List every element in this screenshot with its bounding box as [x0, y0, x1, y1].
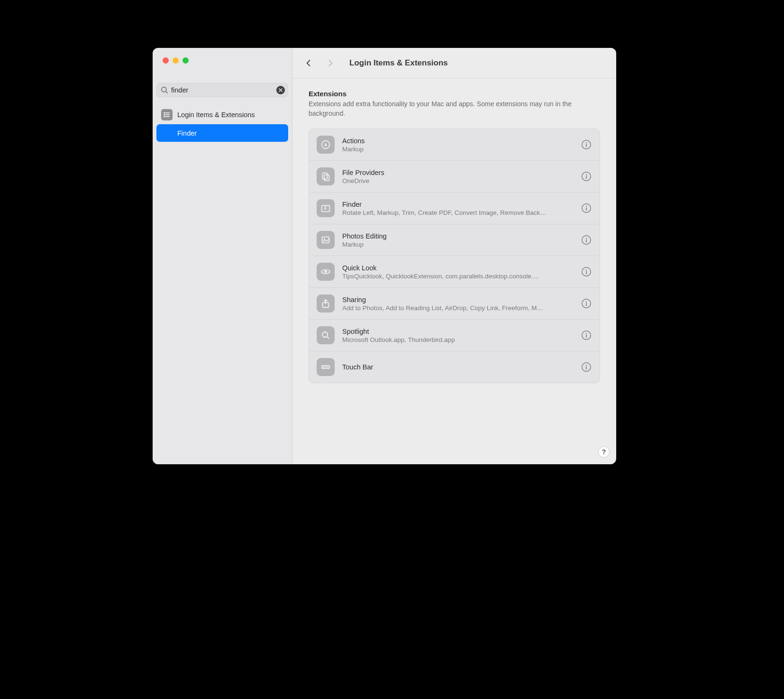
info-icon [581, 171, 592, 182]
photos-icon [317, 231, 335, 249]
extension-name: Sharing [342, 296, 573, 304]
search-icon [160, 85, 169, 95]
extension-row[interactable]: FinderRotate Left, Markup, Trim, Create … [309, 192, 600, 224]
files-icon [317, 167, 335, 185]
extension-subtitle: Add to Photos, Add to Reading List, AirD… [342, 304, 573, 312]
extension-text: ActionsMarkup [342, 137, 573, 153]
toolbar: Login Items & Extensions [292, 48, 616, 78]
info-button[interactable] [581, 330, 592, 341]
info-icon [581, 139, 592, 150]
extension-text: SpotlightMicrosoft Outlook.app, Thunderb… [342, 328, 573, 343]
info-icon [581, 298, 592, 309]
extension-name: File Providers [342, 169, 573, 176]
sidebar: Login Items & Extensions Finder [153, 48, 292, 464]
extensions-panel: ActionsMarkupFile ProvidersOneDriveFinde… [309, 129, 600, 383]
extension-row[interactable]: SharingAdd to Photos, Add to Reading Lis… [309, 287, 600, 319]
extension-text: FinderRotate Left, Markup, Trim, Create … [342, 201, 573, 216]
extension-row[interactable]: SpotlightMicrosoft Outlook.app, Thunderb… [309, 319, 600, 351]
info-icon [581, 235, 592, 245]
list-icon [161, 109, 173, 120]
actions-icon [317, 136, 335, 154]
main-area: Login Items & Extensions Extensions Exte… [292, 48, 616, 464]
extension-text: Photos EditingMarkup [342, 232, 573, 248]
info-button[interactable] [581, 171, 592, 182]
info-button[interactable] [581, 361, 592, 373]
extension-row[interactable]: File ProvidersOneDrive [309, 160, 600, 192]
extension-subtitle: TipsQuicklook, QuicklookExtension, com.p… [342, 273, 573, 280]
extension-name: Photos Editing [342, 232, 573, 240]
close-button[interactable] [163, 57, 169, 64]
extension-text: File ProvidersOneDrive [342, 169, 573, 184]
info-button[interactable] [581, 266, 592, 277]
extension-row[interactable]: Quick LookTipsQuicklook, QuicklookExtens… [309, 256, 600, 287]
back-button[interactable] [302, 56, 315, 70]
svg-point-8 [164, 114, 164, 115]
extension-name: Actions [342, 137, 573, 145]
extension-name: Touch Bar [342, 363, 573, 371]
info-button[interactable] [581, 139, 592, 150]
result-login-items-extensions[interactable]: Login Items & Extensions [156, 106, 288, 123]
fullscreen-button[interactable] [182, 57, 189, 64]
svg-point-7 [164, 112, 164, 113]
content-area: Extensions Extensions add extra function… [292, 78, 616, 464]
page-title: Login Items & Extensions [349, 58, 448, 68]
info-icon [581, 267, 592, 277]
extension-subtitle: Markup [342, 241, 573, 248]
extension-subtitle: OneDrive [342, 177, 573, 184]
info-icon [581, 330, 592, 340]
extension-name: Finder [342, 201, 573, 208]
eye-icon [317, 263, 335, 281]
extension-subtitle: Microsoft Outlook.app, Thunderbird.app [342, 336, 573, 343]
extension-row[interactable]: Photos EditingMarkup [309, 224, 600, 256]
extension-name: Spotlight [342, 328, 573, 335]
extension-text: SharingAdd to Photos, Add to Reading Lis… [342, 296, 573, 312]
clear-search-button[interactable] [276, 86, 285, 94]
svg-point-9 [164, 116, 164, 117]
forward-button[interactable] [324, 56, 337, 70]
search-icon [317, 326, 335, 344]
extension-name: Quick Look [342, 264, 573, 272]
section-description: Extensions add extra functionality to yo… [309, 100, 600, 118]
help-button[interactable]: ? [598, 446, 610, 458]
info-icon [581, 203, 592, 213]
info-button[interactable] [581, 298, 592, 309]
search-field[interactable] [156, 83, 288, 97]
section-title: Extensions [309, 90, 600, 98]
extension-text: Touch Bar [342, 363, 573, 371]
window-controls [153, 48, 292, 72]
extension-subtitle: Rotate Left, Markup, Trim, Create PDF, C… [342, 209, 573, 216]
search-input[interactable] [169, 86, 276, 94]
svg-line-1 [166, 92, 168, 93]
search-results: Login Items & Extensions Finder [153, 100, 292, 142]
section-header: Extensions Extensions add extra function… [309, 90, 600, 118]
touchbar-icon [317, 358, 335, 376]
info-button[interactable] [581, 234, 592, 246]
extension-row[interactable]: Touch Bar [309, 351, 600, 383]
extension-row[interactable]: ActionsMarkup [309, 129, 600, 160]
info-icon [581, 362, 592, 372]
info-button[interactable] [581, 202, 592, 214]
extension-subtitle: Markup [342, 146, 573, 153]
result-label: Finder [177, 129, 197, 137]
result-finder[interactable]: Finder [156, 124, 288, 142]
system-settings-window: Login Items & Extensions Finder [153, 48, 616, 464]
share-icon [317, 294, 335, 313]
result-label: Login Items & Extensions [177, 111, 255, 119]
svg-point-0 [162, 87, 166, 92]
finder-icon [317, 199, 335, 217]
minimize-button[interactable] [173, 57, 179, 64]
extension-text: Quick LookTipsQuicklook, QuicklookExtens… [342, 264, 573, 280]
